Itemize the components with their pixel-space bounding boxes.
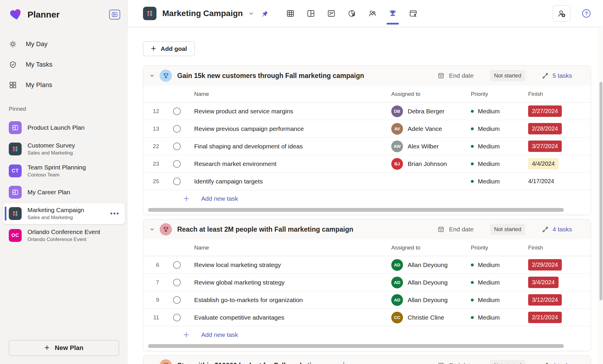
end-date-button[interactable]: End date xyxy=(437,72,473,79)
plan-subtitle: Sales and Marketing xyxy=(27,215,84,221)
goal-title: Reach at least 2M people with Fall marke… xyxy=(177,226,428,233)
people-view-icon xyxy=(368,9,377,18)
help-button[interactable]: ? xyxy=(581,8,591,18)
task-name[interactable]: Establish go-to-markets for organization xyxy=(190,297,391,304)
sidebar-item-my-tasks[interactable]: My Tasks xyxy=(0,54,128,75)
tab-people-view[interactable] xyxy=(366,0,379,27)
task-checkbox[interactable] xyxy=(173,261,181,269)
goal-trophy-icon xyxy=(160,223,172,235)
add-goal-button[interactable]: + Add goal xyxy=(143,41,195,56)
finish-date: 3/27/2024 xyxy=(528,141,562,152)
task-checkbox[interactable] xyxy=(173,296,181,304)
task-checkbox[interactable] xyxy=(173,160,181,168)
collapse-goal-chevron-icon[interactable] xyxy=(148,72,156,80)
sidebar-item-label: My Tasks xyxy=(26,61,52,68)
goal-title: Gain 15k new customers through Fall mark… xyxy=(177,72,428,80)
assignee-name: Allan Deyoung xyxy=(408,297,448,304)
status-badge[interactable]: Not started xyxy=(490,70,526,81)
task-name[interactable]: Review local marketing strategy xyxy=(190,261,391,268)
task-row[interactable]: 9 Establish go-to-markets for organizati… xyxy=(143,291,591,309)
task-row[interactable]: 11 Evaluate competitive advantages CC Ch… xyxy=(143,309,591,326)
tab-charts-view[interactable] xyxy=(345,0,359,27)
plan-switcher-chevron-icon[interactable] xyxy=(248,10,254,17)
tab-board-view[interactable] xyxy=(304,0,318,27)
plan-name: Orlando Conference Event xyxy=(27,228,100,235)
task-name[interactable]: Evaluate competitive advantages xyxy=(190,314,391,321)
vertical-scrollbar-thumb[interactable] xyxy=(599,82,602,300)
plus-icon: + xyxy=(44,343,50,352)
tab-goals-view[interactable] xyxy=(386,0,399,27)
status-badge[interactable]: Not started xyxy=(490,224,526,235)
horizontal-scrollbar[interactable] xyxy=(148,343,586,349)
task-name[interactable]: Review previous campaign performance xyxy=(190,125,391,132)
collapse-goal-chevron-icon[interactable] xyxy=(148,361,156,364)
assignee-avatar: BJ xyxy=(391,158,403,170)
task-row[interactable]: 22 Final shaping and development of idea… xyxy=(143,138,591,155)
pin-icon[interactable] xyxy=(261,10,268,17)
column-header-name: Name xyxy=(190,245,391,251)
sidebar-plan-item[interactable]: CT Team Sprint Planning Contoso Team ••• xyxy=(3,160,125,181)
sidebar-plan-item[interactable]: My Career Plan ••• xyxy=(3,182,125,202)
vertical-scrollbar[interactable] xyxy=(598,27,603,364)
add-new-task-label: Add new task xyxy=(201,331,238,338)
horizontal-scrollbar-thumb[interactable] xyxy=(148,344,564,348)
priority-dot-icon xyxy=(471,145,474,148)
sidebar-item-my-plans[interactable]: My Plans xyxy=(0,75,128,95)
end-date-button[interactable]: End date xyxy=(437,226,473,233)
sidebar-plan-item[interactable]: Product Launch Plan ••• xyxy=(3,118,125,138)
sidebar-plan-item[interactable]: OC Orlando Conference Event Orlando Conf… xyxy=(3,225,125,246)
table-header-row: Name Assigned to Priority Finish xyxy=(143,86,591,103)
goal-trophy-icon xyxy=(160,70,172,82)
assignee-avatar: AD xyxy=(391,259,403,271)
task-name[interactable]: Final shaping and development of ideas xyxy=(190,143,391,150)
task-name[interactable]: Review global marketing strategy xyxy=(190,279,391,286)
collapse-goal-chevron-icon[interactable] xyxy=(148,225,156,233)
sidebar-plan-item[interactable]: Marketing Campaign Sales and Marketing •… xyxy=(3,203,125,224)
task-checkbox[interactable] xyxy=(173,143,181,150)
goal-trophy-icon xyxy=(160,359,172,364)
tab-assignments-view[interactable] xyxy=(406,0,420,27)
invite-people-button[interactable] xyxy=(553,5,570,22)
people-glyph-icon xyxy=(11,209,19,218)
collapse-sidebar-button[interactable] xyxy=(109,10,120,20)
task-name[interactable]: Research market environment xyxy=(190,160,391,167)
goal-header: Gain 15k new customers through Fall mark… xyxy=(143,66,591,86)
task-checkbox[interactable] xyxy=(173,125,181,133)
goal-card: Gain 15k new customers through Fall mark… xyxy=(143,65,591,215)
task-row[interactable]: 6 Review local marketing strategy AD All… xyxy=(143,256,591,274)
task-row[interactable]: 12 Review product and service margins DB… xyxy=(143,103,591,120)
task-id: 23 xyxy=(143,161,164,167)
new-plan-button[interactable]: + New Plan xyxy=(9,340,119,356)
tasks-link[interactable]: 5 tasks xyxy=(542,72,572,79)
task-row[interactable]: 7 Review global marketing strategy AD Al… xyxy=(143,274,591,291)
task-row[interactable]: 25 Identify campaign targets Medium 4/17… xyxy=(143,173,591,190)
sidebar: Planner My Day My xyxy=(0,0,128,364)
tasks-link[interactable]: 4 tasks xyxy=(542,226,572,233)
add-new-task-button[interactable]: Add new task xyxy=(143,326,591,343)
task-name[interactable]: Review product and service margins xyxy=(190,108,391,115)
grid-view-icon xyxy=(286,9,295,18)
tab-grid-view[interactable] xyxy=(284,0,297,27)
task-row[interactable]: 23 Research market environment BJ Brian … xyxy=(143,155,591,173)
column-header-finish: Finish xyxy=(528,245,591,251)
horizontal-scrollbar-thumb[interactable] xyxy=(148,208,564,212)
task-name[interactable]: Identify campaign targets xyxy=(190,178,391,185)
end-date-button[interactable]: End date xyxy=(437,362,473,364)
task-id: 12 xyxy=(143,108,164,115)
sidebar-plan-item[interactable]: Customer Survey Sales and Marketing ••• xyxy=(3,138,125,160)
horizontal-scrollbar[interactable] xyxy=(148,207,586,213)
task-checkbox[interactable] xyxy=(173,178,181,185)
task-checkbox[interactable] xyxy=(173,108,181,115)
task-row[interactable]: 13 Review previous campaign performance … xyxy=(143,120,591,138)
sidebar-item-my-day[interactable]: My Day xyxy=(0,34,128,54)
new-plan-label: New Plan xyxy=(55,344,83,352)
more-options-icon[interactable]: ••• xyxy=(108,210,120,217)
task-checkbox[interactable] xyxy=(173,314,181,321)
priority-label: Medium xyxy=(478,160,500,167)
tasks-link-label: 4 tasks xyxy=(552,362,572,364)
tasks-link[interactable]: 4 tasks xyxy=(542,362,572,364)
status-badge[interactable]: Not started xyxy=(490,360,526,364)
add-new-task-button[interactable]: Add new task xyxy=(143,190,591,207)
tab-timeline-view[interactable] xyxy=(325,0,338,27)
task-checkbox[interactable] xyxy=(173,279,181,286)
